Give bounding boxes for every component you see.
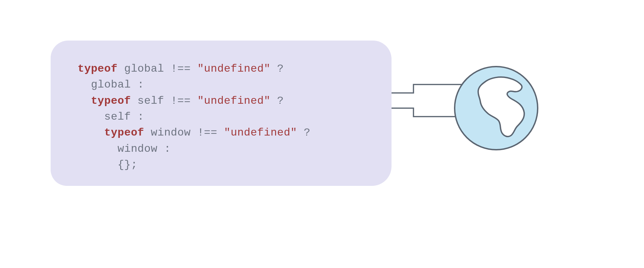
diagram-stage: typeof global !== "undefined" ? global :…: [0, 0, 644, 268]
space: [297, 126, 304, 139]
space: [191, 95, 197, 107]
keyword-typeof: typeof: [78, 63, 117, 75]
string-undefined: "undefined": [197, 95, 271, 107]
operator-neq: !==: [171, 95, 191, 107]
space: [131, 111, 138, 123]
operator-colon: :: [164, 143, 171, 155]
identifier-window: window: [117, 143, 157, 155]
string-undefined: "undefined": [224, 126, 297, 139]
space: [164, 95, 171, 107]
operator-colon: :: [137, 111, 144, 123]
code-block: typeof global !== "undefined" ? global :…: [78, 61, 378, 173]
identifier-self: self: [137, 95, 164, 107]
indent: [78, 143, 117, 155]
literal-empty-object: {};: [117, 159, 137, 171]
space: [191, 126, 197, 139]
space: [270, 95, 277, 107]
identifier-self: self: [104, 111, 131, 123]
indent: [78, 78, 91, 91]
operator-ternary-q: ?: [304, 126, 311, 139]
indent: [78, 159, 117, 171]
space: [131, 95, 138, 107]
indent: [78, 111, 104, 123]
space: [164, 63, 171, 75]
globe-icon: [454, 66, 538, 150]
operator-colon: :: [137, 78, 144, 91]
operator-neq: !==: [171, 63, 191, 75]
operator-neq: !==: [197, 126, 217, 139]
keyword-typeof: typeof: [104, 126, 144, 139]
space: [191, 63, 197, 75]
code-card: typeof global !== "undefined" ? global :…: [51, 41, 392, 186]
operator-ternary-q: ?: [277, 95, 284, 107]
string-undefined: "undefined": [197, 63, 271, 75]
space: [157, 143, 164, 155]
space: [131, 78, 138, 91]
identifier-window: window: [151, 126, 191, 139]
space: [217, 126, 224, 139]
space: [144, 126, 151, 139]
operator-ternary-q: ?: [277, 63, 284, 75]
globe-landmass: [454, 66, 538, 150]
indent: [78, 95, 91, 107]
indent: [78, 126, 104, 139]
identifier-global: global: [124, 63, 164, 75]
space: [270, 63, 277, 75]
space: [117, 63, 124, 75]
keyword-typeof: typeof: [91, 95, 131, 107]
identifier-global: global: [91, 78, 131, 91]
